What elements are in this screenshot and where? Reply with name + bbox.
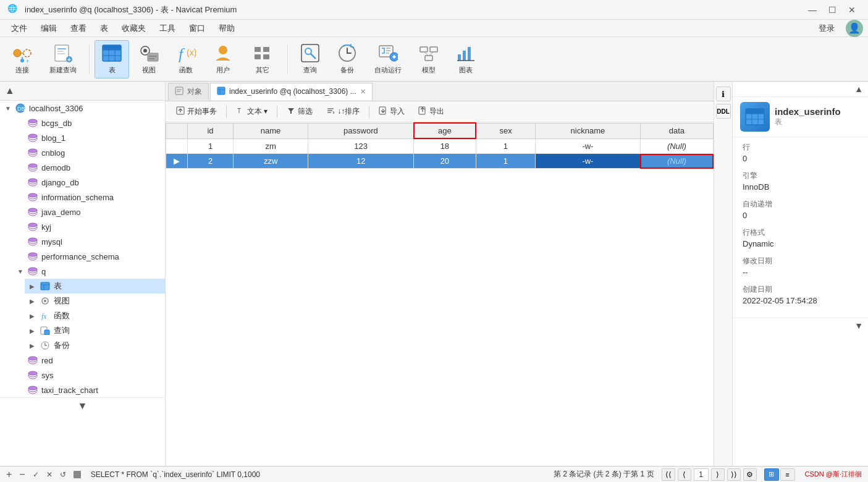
toolbar-other[interactable]: 其它 (243, 40, 282, 78)
db-taxi[interactable]: taxi_track_chart (12, 383, 165, 397)
toolbar-model[interactable]: 模型 (411, 40, 446, 78)
cell-password[interactable]: 123 (308, 138, 414, 154)
db-demodb[interactable]: demodb (12, 160, 165, 175)
cancel-edit-btn[interactable]: ✕ (46, 470, 53, 479)
prev-page-btn[interactable]: ⟨ (678, 468, 691, 481)
menu-file[interactable]: 文件 (5, 21, 33, 36)
db-kyj[interactable]: kyj (12, 219, 165, 234)
tree-root[interactable]: ▼ DB localhost_3306 (0, 101, 165, 116)
svg-point-31 (305, 48, 311, 54)
cell-age[interactable]: 18 (414, 138, 476, 154)
db-sys[interactable]: sys (12, 368, 165, 383)
toolbar-function[interactable]: f (x) 函数 (169, 40, 203, 78)
db-bcgs[interactable]: bcgs_db (12, 116, 165, 130)
toolbar-user[interactable]: 用户 (206, 40, 240, 78)
toolbar-new-query[interactable]: + 新建查询 (42, 40, 84, 78)
text-format-button[interactable]: T 文本 ▾ (230, 104, 273, 119)
cell-id[interactable]: 2 (188, 154, 234, 169)
ddl-tab-button[interactable]: DDL (716, 104, 731, 119)
q-queries[interactable]: ▶ 查询 (25, 323, 165, 338)
q-functions[interactable]: ▶ fx 函数 (25, 308, 165, 323)
settings-btn[interactable]: ⚙ (743, 468, 757, 481)
db-blog1[interactable]: blog_1 (12, 130, 165, 145)
q-backups[interactable]: ▶ 备份 (25, 338, 165, 353)
login-button[interactable]: 登录 (812, 22, 841, 35)
cell-name[interactable]: zm (234, 138, 308, 154)
col-password[interactable]: password (308, 123, 414, 138)
q-tables[interactable]: ▶ 表 (25, 279, 165, 294)
close-button[interactable]: ✕ (843, 3, 861, 17)
toolbar-query[interactable]: 查询 (293, 40, 327, 78)
menu-favorites[interactable]: 收藏夹 (116, 21, 152, 36)
first-page-btn[interactable]: ⟨⟨ (662, 468, 675, 481)
tab-table-data[interactable]: index_userinfo @q (localhost_3306) ... ✕ (210, 83, 373, 100)
info-tab-button[interactable]: ℹ (716, 87, 731, 101)
tab-object[interactable]: 对象 (168, 83, 209, 100)
cell-nickname[interactable]: -w- (535, 138, 640, 154)
db-perf-schema[interactable]: performance_schema (12, 249, 165, 264)
db-cnblog[interactable]: cnblog (12, 145, 165, 160)
cell-id[interactable]: 1 (188, 138, 234, 154)
filter-button[interactable]: 筛选 (281, 104, 318, 119)
db-django[interactable]: django_db (12, 175, 165, 190)
toolbar-backup[interactable]: 备份 (330, 40, 364, 78)
db-info-schema[interactable]: information_schema (12, 190, 165, 205)
stop-btn[interactable] (74, 471, 81, 478)
menu-table[interactable]: 表 (94, 21, 114, 36)
add-row-btn[interactable]: + (6, 469, 12, 480)
rpanel-scroll-down[interactable]: ▼ (854, 321, 863, 331)
db-mysql[interactable]: mysql (12, 234, 165, 249)
sidebar-scroll-up[interactable]: ▲ (5, 85, 15, 96)
toolbar-autorun[interactable]: 自动运行 (367, 40, 409, 78)
cell-age[interactable]: 20 (414, 154, 476, 169)
db-icon (27, 192, 38, 203)
toolbar-new-query-label: 新建查询 (49, 66, 77, 75)
page-number[interactable]: 1 (694, 468, 709, 481)
minimize-button[interactable]: — (804, 3, 821, 17)
grid-view-btn[interactable]: ⊞ (764, 468, 779, 481)
db-red[interactable]: red (12, 353, 165, 368)
db-java-demo[interactable]: java_demo (12, 205, 165, 219)
import-button[interactable]: 导入 (373, 104, 410, 119)
cell-data-selected[interactable]: (Null) (640, 154, 713, 169)
menu-edit[interactable]: 编辑 (35, 21, 63, 36)
refresh-btn[interactable]: ↺ (60, 470, 66, 479)
cell-password[interactable]: 12 (308, 154, 414, 169)
sidebar-scroll-down[interactable]: ▼ (78, 400, 88, 411)
export-button[interactable]: 导出 (413, 104, 450, 119)
rpanel-scroll-up[interactable]: ▲ (854, 84, 863, 94)
col-age[interactable]: age (414, 123, 476, 138)
remove-row-btn[interactable]: − (19, 469, 25, 480)
q-views[interactable]: ▶ 视图 (25, 294, 165, 308)
maximize-button[interactable]: ☐ (824, 3, 841, 17)
col-id[interactable]: id (188, 123, 234, 138)
form-view-btn[interactable]: ≡ (780, 468, 795, 481)
user-avatar[interactable]: 👤 (846, 20, 863, 37)
db-icon (27, 177, 38, 188)
sort-button[interactable]: ↓↑排序 (321, 104, 365, 119)
db-q[interactable]: ▼ q (12, 264, 165, 279)
menu-help[interactable]: 帮助 (213, 21, 241, 36)
col-name[interactable]: name (234, 123, 308, 138)
last-page-btn[interactable]: ⟩⟩ (727, 468, 741, 481)
cell-sex[interactable]: 1 (476, 154, 535, 169)
toolbar-view[interactable]: 视图 (132, 40, 166, 78)
cell-sex[interactable]: 1 (476, 138, 535, 154)
menu-view[interactable]: 查看 (64, 21, 93, 36)
cell-name[interactable]: zzw (234, 154, 308, 169)
cell-nickname-selected[interactable]: -w- (535, 154, 640, 169)
col-nickname[interactable]: nickname (535, 123, 640, 138)
col-data[interactable]: data (640, 123, 713, 138)
cell-data[interactable]: (Null) (640, 138, 713, 154)
toolbar-chart[interactable]: 图表 (449, 40, 483, 78)
menu-window[interactable]: 窗口 (183, 21, 211, 36)
toolbar-table[interactable]: 表 (95, 40, 129, 78)
confirm-edit-btn[interactable]: ✓ (33, 470, 39, 479)
col-sex[interactable]: sex (476, 123, 535, 138)
root-db-icon: DB (15, 103, 26, 114)
toolbar-connect[interactable]: + 连接 (5, 40, 40, 78)
next-page-btn[interactable]: ⟩ (711, 468, 725, 481)
tab-close-icon[interactable]: ✕ (360, 88, 366, 96)
menu-tools[interactable]: 工具 (153, 21, 182, 36)
begin-transaction-button[interactable]: 开始事务 (171, 104, 222, 119)
